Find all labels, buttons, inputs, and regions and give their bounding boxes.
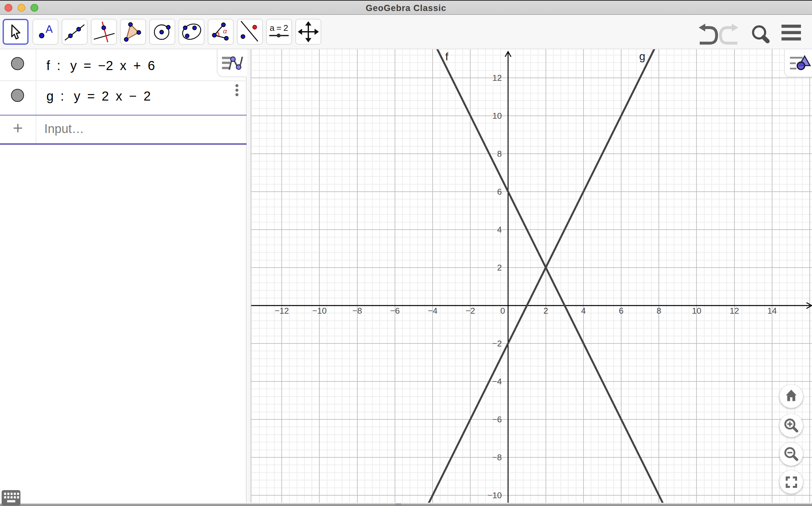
svg-text:a = 2: a = 2	[269, 23, 288, 33]
svg-text:8: 8	[497, 149, 502, 158]
svg-text:2: 2	[497, 262, 502, 272]
svg-text:12: 12	[492, 73, 502, 82]
svg-text:A: A	[46, 23, 53, 35]
svg-text:−4: −4	[428, 306, 438, 315]
svg-text:−6: −6	[492, 414, 502, 424]
svg-text:−10: −10	[488, 490, 502, 500]
svg-text:f: f	[445, 50, 448, 62]
svg-text:4: 4	[497, 225, 502, 234]
svg-text:10: 10	[492, 111, 502, 120]
svg-text:α: α	[223, 27, 227, 35]
svg-text:12: 12	[730, 306, 739, 315]
svg-text:−8: −8	[492, 452, 502, 462]
svg-text:−10: −10	[312, 306, 326, 315]
svg-text:0: 0	[501, 306, 505, 315]
svg-text:−8: −8	[353, 306, 362, 315]
svg-text:10: 10	[692, 306, 701, 315]
svg-text:6: 6	[497, 186, 502, 196]
svg-text:−12: −12	[275, 306, 289, 315]
svg-text:8: 8	[657, 306, 661, 315]
svg-text:−2: −2	[492, 338, 502, 348]
svg-text:−2: −2	[465, 306, 475, 315]
svg-text:4: 4	[581, 306, 586, 315]
svg-text:2: 2	[543, 306, 548, 315]
svg-text:6: 6	[619, 306, 623, 315]
svg-text:14: 14	[767, 306, 777, 315]
svg-text:−6: −6	[390, 306, 400, 315]
svg-text:−4: −4	[492, 376, 502, 386]
svg-text:g: g	[639, 50, 646, 62]
